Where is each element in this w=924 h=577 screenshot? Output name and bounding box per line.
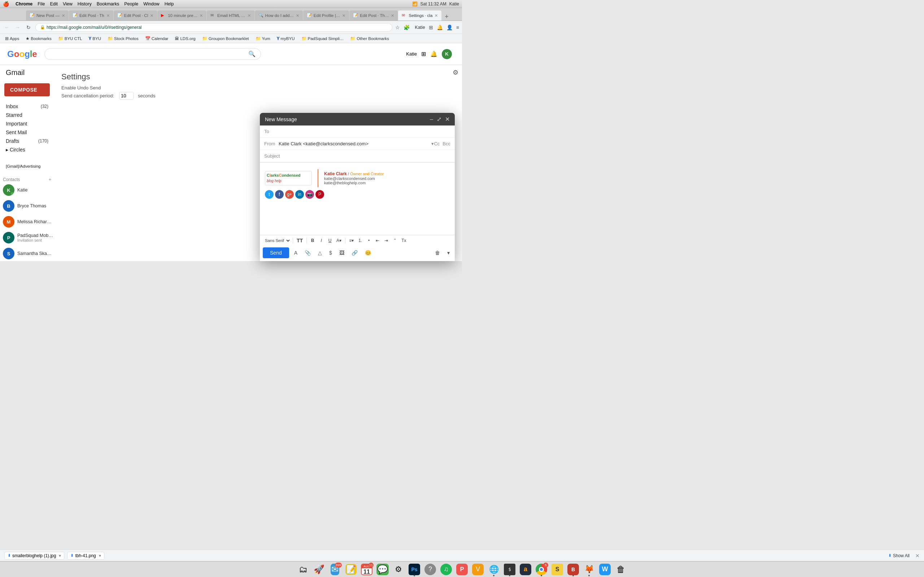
close-compose-button[interactable]: ✕ — [445, 116, 450, 122]
bold-button[interactable]: B — [309, 237, 317, 244]
more-options-button[interactable]: ▾ — [445, 248, 452, 257]
contact-item-bryce[interactable]: B Bryce Thomas — [0, 198, 54, 214]
menu-icon[interactable]: ≡ — [456, 24, 459, 30]
attach-file-button[interactable]: 📎 — [302, 248, 313, 257]
menu-history[interactable]: History — [78, 2, 92, 6]
tab-edit-post-th2[interactable]: 📝Edit Post · Th…✕ — [349, 10, 398, 21]
from-dropdown-icon[interactable]: ▾ — [431, 141, 434, 147]
google-avatar[interactable]: K — [442, 49, 452, 59]
bookmark-bookmarks[interactable]: ★Bookmarks — [23, 35, 54, 42]
contact-item-padsquad[interactable]: P PadSquad Mob… Invitation sent — [0, 230, 54, 246]
twitter-icon[interactable]: t — [265, 190, 274, 199]
bookmark-byuctl[interactable]: 📁BYU CTL — [56, 35, 84, 42]
menu-window[interactable]: Window — [143, 2, 159, 6]
unordered-list-button[interactable]: • — [365, 237, 373, 244]
notifications-icon[interactable]: 🔔 — [437, 24, 443, 30]
linkedin-icon[interactable]: in — [295, 190, 304, 199]
compose-button[interactable]: COMPOSE — [4, 83, 50, 96]
quote-button[interactable]: " — [391, 237, 399, 244]
facebook-icon[interactable]: f — [275, 190, 284, 199]
instagram-icon[interactable]: 📷 — [305, 190, 314, 199]
bookmark-apps[interactable]: ⊞Apps — [3, 35, 21, 42]
more-contacts-icon[interactable]: + — [49, 177, 51, 182]
google-grid-icon[interactable]: ⊞ — [421, 50, 426, 57]
pinterest-icon[interactable]: P — [315, 190, 324, 199]
google-notifications-icon[interactable]: 🔔 — [430, 50, 438, 57]
menu-people[interactable]: People — [124, 2, 138, 6]
indent-more-button[interactable]: ⇥ — [382, 237, 390, 244]
sidebar-item-starred[interactable]: Starred — [0, 111, 54, 119]
contact-item-katie[interactable]: K Katie — [0, 182, 54, 198]
insert-link-button[interactable]: 🔗 — [349, 248, 360, 257]
bookmark-groupon[interactable]: 📁Groupon Bookmarklet — [200, 35, 251, 42]
ordered-list-button[interactable]: 1. — [356, 237, 364, 244]
tab-how-do-i[interactable]: 🔍How do I add…✕ — [255, 10, 303, 21]
apple-menu[interactable]: 🍎 — [3, 1, 9, 7]
bookmark-padsquad[interactable]: 📁PadSquad Simpli… — [299, 35, 346, 42]
sidebar-item-circles[interactable]: ▸ Circles — [0, 145, 54, 154]
maximize-button[interactable]: ⤢ — [437, 116, 441, 122]
new-tab-button[interactable]: + — [443, 13, 450, 21]
italic-button[interactable]: I — [317, 237, 325, 244]
align-button[interactable]: ≡▾ — [347, 237, 355, 244]
menu-help[interactable]: Help — [165, 2, 174, 6]
sidebar-item-inbox[interactable]: Inbox (32) — [0, 102, 54, 111]
google-search-bar[interactable]: 🔍 — [44, 48, 261, 60]
remove-format-button[interactable]: Tx — [399, 237, 408, 244]
back-button[interactable]: ← — [3, 23, 11, 31]
bookmark-stockphotos[interactable]: 📁Stock Photos — [105, 35, 141, 42]
insert-emoji-button[interactable]: 😊 — [363, 248, 373, 257]
refresh-button[interactable]: ↻ — [24, 23, 32, 31]
indent-less-button[interactable]: ⇤ — [373, 237, 381, 244]
sidebar-item-important[interactable]: Important — [0, 119, 54, 128]
tab-settings[interactable]: ✉ Settings · cla ✕ — [398, 10, 441, 21]
contact-item-samantha[interactable]: S Samantha Ska… — [0, 246, 54, 261]
insert-drive-button[interactable]: △ — [316, 248, 324, 257]
font-select[interactable]: Sans Serif — [263, 237, 291, 244]
extensions-icon[interactable]: 🧩 — [404, 24, 410, 30]
url-input[interactable]: 🔒 https://mail.google.com/mail/u/0/#sett… — [36, 23, 393, 32]
bookmark-calendar[interactable]: 📅Calendar — [143, 35, 171, 42]
tab-edit-post-cl[interactable]: 📝Edit Post · Cl✕ — [114, 10, 157, 21]
bookmark-other[interactable]: 📁Other Bookmarks — [348, 35, 391, 42]
tab-email-html[interactable]: ✉Email HTML …✕ — [207, 10, 254, 21]
bookmark-yum[interactable]: 📁Yum — [254, 35, 273, 42]
bcc-button[interactable]: Bcc — [443, 141, 451, 147]
menu-chrome[interactable]: Chrome — [16, 2, 32, 6]
bookmark-mybyu[interactable]: YmyBYU — [275, 35, 297, 42]
sidebar-item-advertising[interactable]: [Gmail]/Advertising — [0, 163, 54, 170]
send-button[interactable]: Send — [263, 247, 289, 258]
tab-10min[interactable]: ▶10 minute pre…✕ — [157, 10, 207, 21]
subject-input[interactable] — [280, 153, 451, 159]
bookmark-byu[interactable]: YBYU — [86, 35, 103, 42]
tab-edit-post-th[interactable]: 📝Edit Post · Th✕ — [69, 10, 113, 21]
google-search-icon[interactable]: 🔍 — [248, 50, 255, 57]
address-user[interactable]: Katie — [415, 25, 425, 30]
tab-edit-profile[interactable]: 📝Edit Profile |…✕ — [303, 10, 349, 21]
bookmark-star[interactable]: ☆ — [395, 24, 400, 30]
menu-edit[interactable]: Edit — [50, 2, 58, 6]
insert-money-button[interactable]: $ — [327, 248, 334, 257]
underline-button[interactable]: U — [326, 237, 334, 244]
bookmark-lds[interactable]: 🏛LDS.org — [173, 35, 197, 42]
cc-button[interactable]: Cc — [434, 141, 439, 147]
contact-item-melissa[interactable]: M Melissa Richar… — [0, 214, 54, 230]
menu-bookmarks[interactable]: Bookmarks — [97, 2, 120, 6]
compose-body[interactable]: ClarksCondensed blog help Katie Clark / … — [260, 163, 455, 235]
compose-header[interactable]: New Message – ⤢ ✕ — [260, 113, 455, 126]
sidebar-item-drafts[interactable]: Drafts (170) — [0, 137, 54, 145]
forward-button[interactable]: → — [14, 23, 22, 31]
font-size-button[interactable]: TT — [295, 237, 305, 245]
delete-draft-button[interactable]: 🗑 — [433, 248, 442, 257]
font-color-button[interactable]: A▾ — [334, 237, 343, 244]
insert-photo-button[interactable]: 🖼 — [337, 248, 347, 257]
account-icon[interactable]: 👤 — [446, 24, 452, 30]
to-input[interactable] — [279, 129, 451, 134]
apps-grid-icon[interactable]: ⊞ — [429, 24, 433, 30]
googleplus-icon[interactable]: g+ — [285, 190, 294, 199]
menu-file[interactable]: File — [37, 2, 45, 6]
menu-view[interactable]: View — [63, 2, 73, 6]
cancel-period-input[interactable] — [119, 92, 134, 100]
tab-new-post[interactable]: 📝New Post —✕ — [26, 10, 69, 21]
sidebar-item-sent[interactable]: Sent Mail — [0, 128, 54, 137]
